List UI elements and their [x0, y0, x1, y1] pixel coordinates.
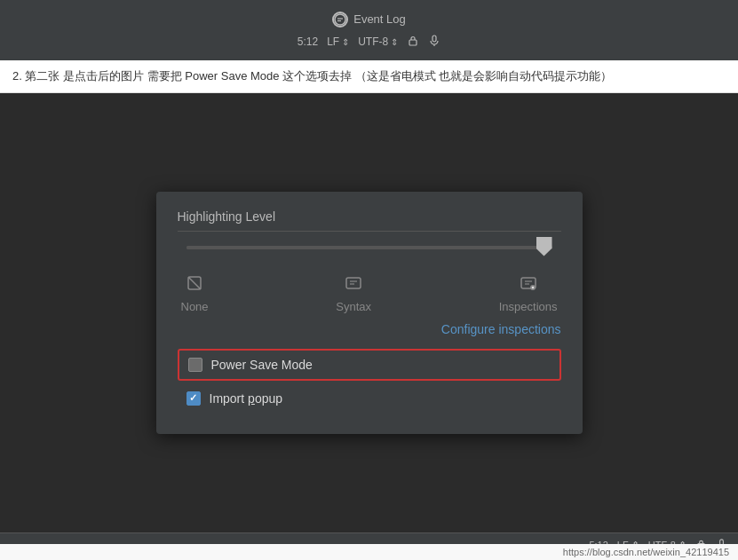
svg-rect-4 — [432, 35, 436, 42]
status-bar-top: 5:12 LF ⇕ UTF-8 ⇕ — [298, 35, 440, 50]
main-area: Highlighting Level None — [0, 93, 738, 532]
import-popup-row[interactable]: Import popup — [178, 384, 561, 413]
power-save-mode-row[interactable]: Power Save Mode — [178, 349, 561, 381]
svg-rect-8 — [346, 278, 361, 288]
section-title: Highlighting Level — [178, 209, 561, 232]
power-save-mode-label: Power Save Mode — [211, 358, 313, 372]
slider-fill — [186, 246, 552, 249]
encoding-arrows: ⇕ — [391, 37, 398, 47]
lf-arrows: ⇕ — [342, 37, 349, 47]
top-editor-bar: Event Log 5:12 LF ⇕ UTF-8 ⇕ — [0, 0, 738, 60]
status-lf: LF ⇕ — [327, 35, 349, 48]
slider-track — [186, 246, 552, 249]
level-none-label: None — [181, 300, 209, 313]
level-inspections-label: Inspections — [499, 300, 558, 313]
status-encoding: UTF-8 ⇕ — [358, 35, 398, 48]
url-text: https://blog.csdn.net/weixin_42119415 — [563, 547, 729, 557]
instruction-text: 2. 第二张 是点击后的图片 需要把 Power Save Mode 这个选项去… — [12, 69, 612, 83]
level-syntax-label: Syntax — [336, 300, 371, 313]
settings-panel: Highlighting Level None — [156, 192, 583, 434]
event-log-tab[interactable]: Event Log — [332, 12, 406, 28]
event-log-label: Event Log — [353, 12, 406, 26]
none-icon — [186, 274, 203, 296]
level-syntax: Syntax — [336, 274, 371, 313]
configure-inspections-link[interactable]: Configure inspections — [178, 322, 561, 336]
slider-container[interactable] — [178, 246, 561, 249]
inspections-icon — [520, 274, 537, 296]
lock-icon — [407, 35, 419, 50]
mic-icon — [428, 35, 440, 50]
syntax-icon — [345, 274, 362, 296]
level-none: None — [181, 274, 209, 313]
svg-point-0 — [335, 14, 345, 25]
import-popup-checkbox[interactable] — [186, 391, 201, 406]
level-labels: None Syntax — [178, 274, 561, 313]
status-time: 5:12 — [298, 35, 318, 48]
svg-line-7 — [188, 277, 201, 289]
event-log-icon — [332, 12, 348, 28]
bottom-url-bar: https://blog.csdn.net/weixin_42119415 — [0, 544, 738, 560]
level-inspections: Inspections — [499, 274, 558, 313]
slider-thumb[interactable] — [536, 237, 552, 256]
power-save-mode-checkbox[interactable] — [188, 358, 202, 372]
svg-rect-3 — [409, 40, 417, 45]
import-popup-label: Import popup — [210, 391, 283, 406]
instruction-area: 2. 第二张 是点击后的图片 需要把 Power Save Mode 这个选项去… — [0, 60, 738, 93]
